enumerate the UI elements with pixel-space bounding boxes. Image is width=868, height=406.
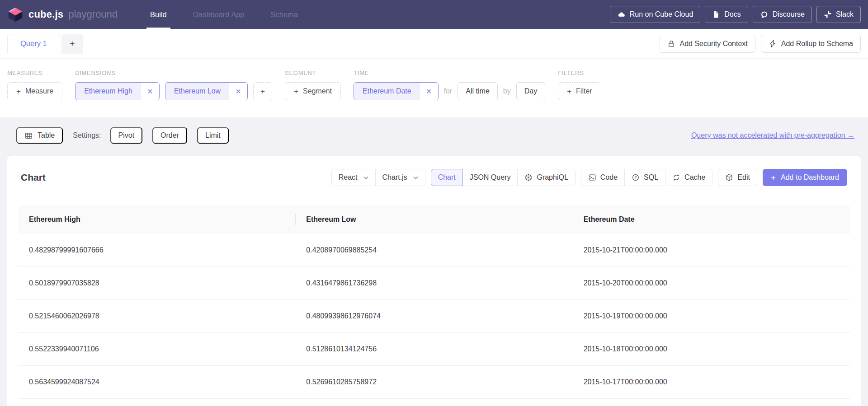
edit-button-label: Edit (737, 173, 750, 182)
brand-name: cube.js (28, 9, 63, 20)
discourse-label: Discourse (773, 10, 805, 19)
slack-button[interactable]: Slack (816, 6, 861, 23)
add-dimension-button[interactable]: + (253, 82, 272, 100)
nav-tab-dashboard-app[interactable]: Dashboard App (193, 0, 245, 29)
query-builder: MEASURES + Measure DIMENSIONS Ethereum H… (0, 59, 868, 117)
cell-ethereum-low: 0.4208970069885254 (295, 246, 572, 254)
graphql-icon (524, 173, 533, 182)
plus-icon: + (260, 88, 265, 95)
remove-dimension-icon[interactable]: × (141, 83, 159, 100)
limit-button[interactable]: Limit (197, 127, 229, 144)
cell-ethereum-low: 0.5269610285758972 (295, 378, 572, 386)
code-sandbox-icon (725, 173, 733, 182)
add-measure-button[interactable]: + Measure (7, 82, 62, 100)
cell-ethereum-low: 0.48099398612976074 (295, 312, 572, 320)
lock-icon (667, 40, 675, 48)
remove-time-dimension-icon[interactable]: × (420, 83, 438, 100)
framework-select-value: React (339, 173, 358, 182)
order-button[interactable]: Order (152, 127, 187, 144)
view-tab-json-query[interactable]: JSON Query (462, 169, 518, 186)
slack-icon (824, 10, 832, 19)
top-navbar: cube.js playground Build Dashboard App S… (0, 0, 868, 29)
add-filter-label: Filter (576, 87, 592, 95)
settings-buttons: Pivot Order Limit (110, 127, 229, 144)
add-to-dashboard-button[interactable]: + Add to Dashboard (763, 169, 847, 186)
remove-dimension-icon[interactable]: × (229, 83, 247, 100)
cell-ethereum-date: 2015-10-21T00:00:00.000 (573, 246, 850, 254)
add-segment-label: Segment (303, 87, 332, 95)
table-row: 0.5215460062026978 0.48099398612976074 2… (18, 300, 850, 333)
cell-ethereum-high: 0.5522339940071106 (18, 345, 295, 353)
code-terminal-icon (588, 173, 596, 182)
nav-tab-build[interactable]: Build (150, 0, 167, 29)
discourse-button[interactable]: Discourse (753, 6, 812, 23)
chevron-down-icon (363, 176, 368, 179)
add-security-context-label: Add Security Context (680, 40, 748, 48)
discourse-icon (760, 10, 769, 19)
measures-label: MEASURES (7, 70, 62, 76)
column-header-ethereum-low: Ethereum Low (295, 205, 572, 234)
cache-button[interactable]: Cache (665, 169, 712, 186)
chevron-down-icon (413, 176, 418, 179)
dimensions-label: DIMENSIONS (75, 70, 272, 76)
brand-suffix: playground (68, 9, 118, 20)
add-rollup-to-schema-label: Add Rollup to Schema (781, 40, 853, 48)
cubejs-logo-icon (7, 6, 24, 23)
add-rollup-to-schema-button[interactable]: Add Rollup to Schema (761, 35, 861, 53)
add-filter-button[interactable]: + Filter (558, 82, 601, 100)
pivot-button[interactable]: Pivot (110, 127, 143, 144)
cell-ethereum-high: 0.5018979907035828 (18, 279, 295, 287)
query-tabbar: Query 1 + Add Security Context Add Rollu… (0, 29, 868, 59)
granularity-select[interactable]: Day (516, 82, 545, 100)
measures-section: MEASURES + Measure (7, 70, 62, 100)
edit-button[interactable]: Edit (718, 169, 757, 186)
cache-button-label: Cache (684, 173, 705, 182)
for-label: for (444, 87, 453, 95)
run-on-cube-cloud-button[interactable]: Run on Cube Cloud (610, 6, 701, 23)
add-measure-label: Measure (25, 87, 53, 95)
table-button-label: Table (38, 131, 55, 140)
slack-label: Slack (836, 10, 854, 19)
cell-ethereum-date: 2015-10-18T00:00:00.000 (573, 345, 850, 353)
time-section: TIME Ethereum Date × for All time by Day (354, 70, 545, 100)
add-security-context-button[interactable]: Add Security Context (660, 35, 755, 53)
plus-icon: + (567, 88, 571, 95)
dimension-chip-ethereum-low[interactable]: Ethereum Low × (165, 82, 248, 100)
date-range-select[interactable]: All time (458, 82, 497, 100)
docs-button[interactable]: Docs (705, 6, 748, 23)
view-tab-chart[interactable]: Chart (431, 169, 463, 186)
view-tab-graphiql-label: GraphiQL (537, 173, 568, 182)
time-chip-ethereum-date[interactable]: Ethereum Date × (354, 82, 439, 100)
code-button[interactable]: Code (581, 169, 625, 186)
add-query-tab-button[interactable]: + (61, 34, 83, 54)
segment-section: SEGMENT + Segment (285, 70, 341, 100)
chart-card: Chart React Chart.js Chart JSO (7, 156, 861, 406)
settings-label: Settings: (73, 131, 101, 140)
cell-ethereum-high: 0.5634599924087524 (18, 378, 295, 386)
code-button-label: Code (600, 173, 618, 182)
run-on-cube-cloud-label: Run on Cube Cloud (630, 10, 693, 19)
cell-ethereum-date: 2015-10-20T00:00:00.000 (573, 279, 850, 287)
svg-text:?: ? (635, 176, 637, 180)
framework-select[interactable]: React (331, 169, 376, 186)
dimension-chip-ethereum-high[interactable]: Ethereum High × (75, 82, 160, 100)
dimensions-section: DIMENSIONS Ethereum High × Ethereum Low … (75, 70, 272, 100)
library-select[interactable]: Chart.js (375, 169, 425, 186)
add-segment-button[interactable]: + Segment (285, 82, 341, 100)
cell-ethereum-low: 0.5128610134124756 (295, 345, 572, 353)
by-label: by (503, 87, 511, 95)
nav-actions: Run on Cube Cloud Docs Discourse (610, 6, 861, 23)
plus-icon: + (16, 88, 21, 95)
view-tab-graphiql[interactable]: GraphiQL (517, 169, 575, 186)
chart-type-table-button[interactable]: Table (16, 127, 63, 144)
chart-controls: React Chart.js Chart JSON Query (331, 169, 847, 186)
cloud-icon (617, 10, 626, 19)
nav-tab-schema[interactable]: Schema (271, 0, 298, 29)
table-row: 0.5634599924087524 0.5269610285758972 20… (18, 366, 850, 399)
time-label: TIME (354, 70, 545, 76)
preaggregation-link[interactable]: Query was not accelerated with pre-aggre… (691, 131, 854, 140)
plus-icon: + (771, 173, 776, 182)
query-tab-1[interactable]: Query 1 (7, 34, 60, 54)
sql-button[interactable]: ? SQL (624, 169, 665, 186)
cell-ethereum-high: 0.48298799991607666 (18, 246, 295, 254)
